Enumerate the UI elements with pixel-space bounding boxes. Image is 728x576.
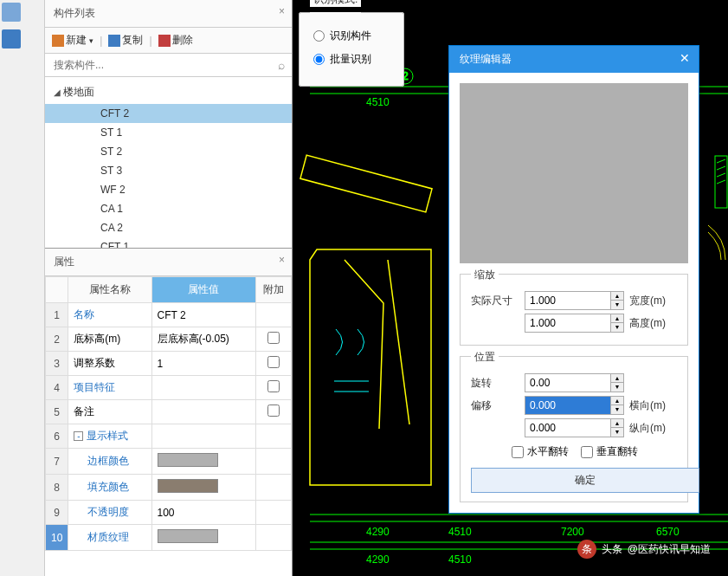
component-toolbar: 新建 ▾ | 复制 | 删除 <box>45 28 292 54</box>
table-row[interactable]: 3调整系数1 <box>46 352 292 376</box>
position-fieldset: 位置 旋转 ▲▼ 偏移 ▲▼ 横向(m) ▲▼ 纵向(m) <box>460 356 688 502</box>
component-list-title: 构件列表 × <box>45 0 292 28</box>
tree-item[interactable]: ST 2 <box>45 142 292 161</box>
radio-opt1[interactable] <box>313 30 325 42</box>
width-spinner[interactable]: ▲▼ <box>525 291 624 310</box>
table-row[interactable]: 7边框颜色 <box>46 449 292 475</box>
svg-text:6570: 6570 <box>656 526 680 538</box>
recognize-legend: 识别模式: <box>310 0 361 7</box>
texture-preview <box>460 83 688 263</box>
search-icon[interactable]: ⌕ <box>278 58 285 72</box>
properties-panel: 属性 × 属性名称 属性值 附加 1名称CFT 22底标高(m)层底标高(-0.… <box>45 248 292 551</box>
tree-item[interactable]: ST 1 <box>45 123 292 142</box>
actual-size-label: 实际尺寸 <box>471 294 519 308</box>
svg-text:4510: 4510 <box>448 526 472 538</box>
svg-line-20 <box>717 166 725 170</box>
svg-text:4290: 4290 <box>366 526 390 538</box>
svg-text:7200: 7200 <box>561 526 584 538</box>
delete-icon <box>158 35 171 47</box>
col-extra[interactable]: 附加 <box>255 277 291 303</box>
svg-rect-8 <box>300 155 432 212</box>
rotate-spinner[interactable]: ▲▼ <box>525 373 624 392</box>
height-spinner[interactable]: ▲▼ <box>525 314 624 333</box>
table-row[interactable]: 4项目特征 <box>46 376 292 400</box>
panel-title-text: 构件列表 <box>54 7 95 19</box>
new-icon <box>52 35 64 47</box>
offset-y-spinner[interactable]: ▲▼ <box>525 418 624 437</box>
close-icon[interactable]: ✕ <box>680 51 690 65</box>
svg-text:4290: 4290 <box>366 553 390 566</box>
table-row[interactable]: 8填充颜色 <box>46 475 292 501</box>
left-panel: 构件列表 × 新建 ▾ | 复制 | 删除 ⌕ 楼地面 CFT 2ST 1ST … <box>45 0 293 576</box>
copy-button[interactable]: 复制 <box>108 33 143 48</box>
svg-text:4510: 4510 <box>366 96 390 108</box>
tree-item[interactable]: CA 1 <box>45 199 292 218</box>
col-value[interactable]: 属性值 <box>151 277 255 303</box>
col-index <box>46 277 68 303</box>
tree-item[interactable]: WF 2 <box>45 180 292 199</box>
table-row[interactable]: 2底标高(m)层底标高(-0.05) <box>46 327 292 352</box>
svg-line-19 <box>717 159 725 163</box>
properties-table: 属性名称 属性值 附加 1名称CFT 22底标高(m)层底标高(-0.05)3调… <box>45 276 292 551</box>
tree-item[interactable]: ST 3 <box>45 161 292 180</box>
texture-editor-dialog: 纹理编辑器 ✕ 缩放 实际尺寸 ▲▼ 宽度(m) ▲▼ 高度(m) 位置 <box>448 45 699 514</box>
col-name[interactable]: 属性名称 <box>68 277 151 303</box>
flip-v-checkbox[interactable]: 垂直翻转 <box>581 444 638 459</box>
radio-batch-recognize[interactable]: 批量识别 <box>313 52 393 67</box>
radio-opt2[interactable] <box>313 54 325 65</box>
table-row[interactable]: 1名称CFT 2 <box>46 303 292 327</box>
properties-title: 属性 × <box>45 249 292 276</box>
tree-root[interactable]: 楼地面 <box>45 81 292 104</box>
table-row[interactable]: 9不透明度100 <box>46 501 292 525</box>
radio-recognize-component[interactable]: 识别构件 <box>313 29 393 43</box>
new-button[interactable]: 新建 ▾ <box>52 33 93 48</box>
table-row[interactable]: 6-显示样式 <box>46 424 292 449</box>
tree-item[interactable]: CA 2 <box>45 218 292 237</box>
table-row[interactable]: 10材质纹理 <box>46 525 292 551</box>
search-input[interactable] <box>45 54 292 76</box>
svg-line-22 <box>717 180 725 184</box>
close-icon[interactable]: × <box>279 5 285 17</box>
search-box: ⌕ <box>45 54 292 77</box>
copy-icon <box>108 35 120 47</box>
palette-icon[interactable] <box>2 3 21 22</box>
dialog-titlebar[interactable]: 纹理编辑器 ✕ <box>449 46 699 73</box>
toutiao-logo-icon: 条 <box>577 540 596 559</box>
component-tree[interactable]: 楼地面 CFT 2ST 1ST 2ST 3WF 2CA 1CA 2CFT 1CF… <box>45 77 292 248</box>
tree-item[interactable]: CFT 2 <box>45 104 292 123</box>
table-row[interactable]: 5备注 <box>46 400 292 424</box>
close-icon[interactable]: × <box>279 254 285 266</box>
offset-x-spinner[interactable]: ▲▼ <box>525 396 624 415</box>
recognize-panel: 识别模式: 识别构件 批量识别 <box>299 5 404 87</box>
svg-line-21 <box>717 173 725 177</box>
watermark: 条 头条 @医药快讯早知道 <box>577 540 711 559</box>
list-icon[interactable] <box>2 29 21 49</box>
left-toolbar <box>0 0 45 576</box>
scale-fieldset: 缩放 实际尺寸 ▲▼ 宽度(m) ▲▼ 高度(m) <box>460 274 688 346</box>
flip-h-checkbox[interactable]: 水平翻转 <box>512 444 569 459</box>
tree-item[interactable]: CFT 1 <box>45 237 292 248</box>
ok-button[interactable]: 确定 <box>471 468 699 493</box>
svg-text:4510: 4510 <box>448 553 472 566</box>
delete-button[interactable]: 删除 <box>158 33 193 48</box>
